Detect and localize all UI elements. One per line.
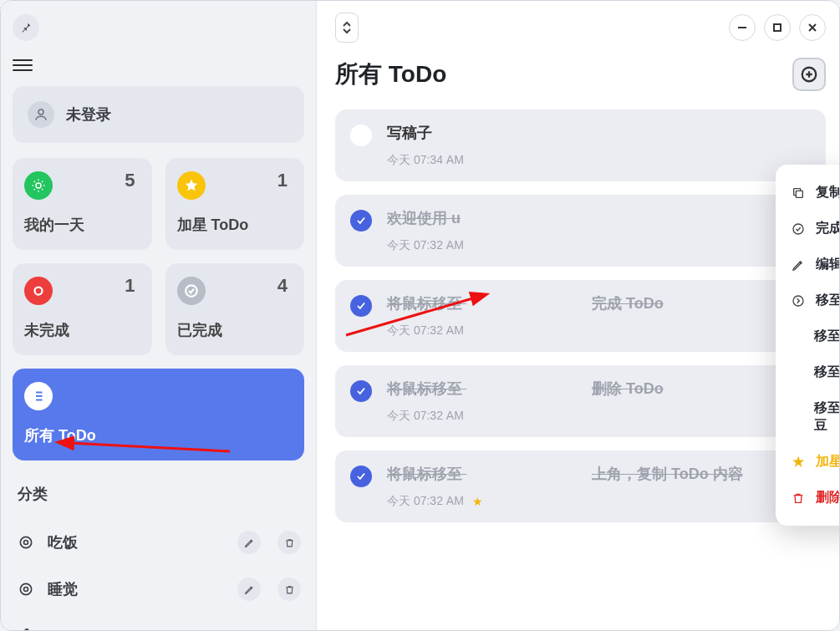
trash-icon (791, 491, 806, 505)
delete-button[interactable] (277, 531, 301, 554)
todo-card[interactable]: 将鼠标移至 删除 ToDo 今天 07:32 AM (335, 365, 826, 437)
svg-rect-10 (738, 27, 746, 28)
todo-title: 写稿子 (387, 123, 811, 143)
stat-my-day-count: 5 (125, 170, 135, 191)
settings-row[interactable]: 设置 (13, 613, 304, 631)
ctx-complete[interactable]: 完成 ToDo (776, 211, 840, 247)
category-row-eat[interactable]: 吃饭 (13, 519, 304, 566)
todo-card[interactable]: 欢迎使用 u 今天 07:32 AM (335, 195, 826, 267)
stat-starred-count: 1 (277, 170, 288, 191)
user-card[interactable]: 未登录 (13, 86, 304, 143)
ctx-star[interactable]: ★ 加星 (776, 444, 840, 480)
todo-card[interactable]: 写稿子 今天 07:34 AM (335, 109, 826, 181)
svg-rect-11 (774, 24, 781, 31)
plus-circle-icon (800, 65, 818, 84)
category-label: 睡觉 (48, 579, 221, 599)
user-icon (33, 107, 48, 122)
todo-title: 将鼠标移至 上角，复制 ToDo 内容 (387, 464, 811, 484)
star-icon: ★ (791, 454, 806, 470)
avatar (28, 101, 54, 128)
user-label: 未登录 (66, 104, 111, 125)
stat-incomplete[interactable]: 1 未完成 (13, 263, 152, 355)
todo-checkbox[interactable] (350, 380, 372, 402)
ctx-copy[interactable]: 复制 (776, 175, 840, 211)
close-icon (807, 23, 817, 33)
pencil-icon (244, 584, 255, 595)
category-row-sleep[interactable]: 睡觉 (13, 566, 304, 613)
check-icon (355, 471, 367, 482)
stat-my-day[interactable]: 5 我的一天 (13, 158, 152, 250)
maximize-button[interactable] (764, 14, 791, 41)
edit-button[interactable] (237, 531, 261, 554)
todo-title: 欢迎使用 u (387, 208, 811, 228)
settings-label: 设置 (48, 628, 78, 631)
todo-checkbox[interactable] (350, 125, 372, 146)
stat-starred[interactable]: 1 加星 ToDo (165, 158, 305, 250)
ctx-move-eat[interactable]: 移至 吃饭 (776, 318, 840, 354)
ctx-delete[interactable]: 删除 ToDo (776, 480, 840, 516)
sidebar: 未登录 5 我的一天 1 加星 ToDo 1 未完成 (1, 1, 316, 630)
sun-icon (24, 171, 53, 200)
minimize-button[interactable] (729, 14, 756, 41)
todo-time: 今天 07:32 AM (387, 238, 464, 253)
check-icon (177, 277, 206, 305)
all-todo-card[interactable]: 所有 ToDo (13, 369, 304, 461)
pencil-icon (791, 258, 806, 272)
ctx-edit[interactable]: 编辑 ToDo (776, 247, 840, 282)
svg-point-4 (20, 537, 31, 547)
todo-card[interactable]: 将鼠标移至 上角，复制 ToDo 内容 今天 07:32 AM ★ (335, 450, 826, 522)
chevron-right-circle-icon (791, 294, 806, 308)
svg-point-6 (20, 583, 31, 594)
todo-checkbox[interactable] (350, 210, 372, 232)
todo-list: 写稿子 今天 07:34 AM 欢迎使用 u 今天 07:32 AM 将鼠标移至… (335, 109, 826, 522)
category-label: 吃饭 (48, 532, 221, 552)
target-icon (16, 534, 36, 551)
stat-my-day-label: 我的一天 (24, 215, 140, 235)
ctx-move-sleep[interactable]: 移至 睡觉 (776, 354, 840, 390)
add-button[interactable] (792, 58, 826, 91)
svg-point-7 (24, 588, 28, 592)
svg-point-14 (793, 224, 803, 234)
chevron-up-icon (342, 21, 352, 28)
stat-complete-label: 已完成 (177, 320, 293, 340)
pin-button[interactable] (13, 14, 39, 41)
check-icon (355, 385, 367, 397)
todo-card[interactable]: 将鼠标移至 完成 ToDo 今天 07:32 AM (335, 280, 826, 352)
todo-time: 今天 07:32 AM (387, 409, 464, 424)
svg-point-2 (35, 288, 43, 295)
close-button[interactable] (799, 14, 826, 41)
collapse-button[interactable] (335, 13, 359, 43)
star-icon: ★ (472, 495, 483, 508)
todo-time: 今天 07:32 AM (387, 494, 464, 509)
todo-checkbox[interactable] (350, 295, 372, 317)
delete-button[interactable] (277, 578, 301, 601)
pin-icon (20, 22, 32, 33)
page-title: 所有 ToDo (335, 59, 446, 90)
main: 所有 ToDo 写稿子 今天 07:34 AM 欢迎使用 u 今天 07:32 … (316, 1, 839, 630)
svg-point-15 (793, 296, 803, 306)
context-menu: 复制 完成 ToDo 编辑 ToDo 移至 移至 吃饭 移至 睡觉 移至 打豆豆 (776, 165, 840, 526)
hamburger-menu[interactable] (13, 59, 33, 71)
minimize-icon (737, 23, 747, 33)
target-icon (16, 581, 36, 598)
edit-button[interactable] (237, 578, 261, 601)
svg-rect-13 (796, 191, 802, 197)
trash-icon (284, 537, 295, 548)
all-todo-label: 所有 ToDo (24, 425, 293, 445)
check-icon (355, 215, 367, 226)
svg-point-1 (36, 183, 41, 188)
ctx-move-dadoudou[interactable]: 移至 打豆豆 (776, 390, 840, 444)
chevron-down-icon (342, 28, 352, 34)
list-icon (24, 382, 53, 410)
check-icon (355, 300, 367, 312)
star-icon (177, 171, 206, 200)
ctx-move[interactable]: 移至 (776, 282, 840, 318)
stat-starred-label: 加星 ToDo (177, 215, 293, 235)
todo-checkbox[interactable] (350, 466, 372, 487)
stat-complete[interactable]: 4 已完成 (165, 263, 305, 355)
stat-complete-count: 4 (277, 275, 288, 297)
todo-title: 将鼠标移至 完成 ToDo (387, 293, 811, 313)
pencil-icon (244, 537, 255, 548)
svg-point-5 (24, 541, 28, 545)
check-circle-icon (791, 222, 806, 236)
